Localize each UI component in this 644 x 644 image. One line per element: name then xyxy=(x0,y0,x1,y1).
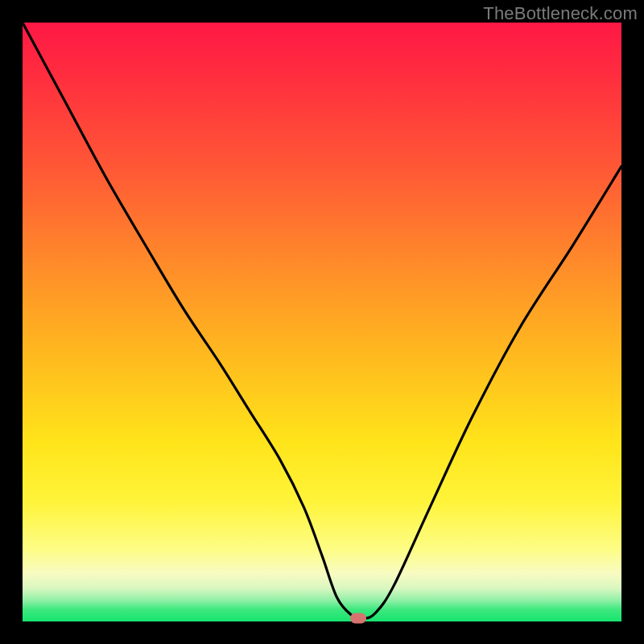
watermark-text: TheBottleneck.com xyxy=(483,3,638,24)
minimum-marker xyxy=(350,613,366,624)
chart-frame: TheBottleneck.com xyxy=(0,0,644,644)
plot-area xyxy=(23,23,621,621)
bottleneck-curve xyxy=(23,23,621,621)
